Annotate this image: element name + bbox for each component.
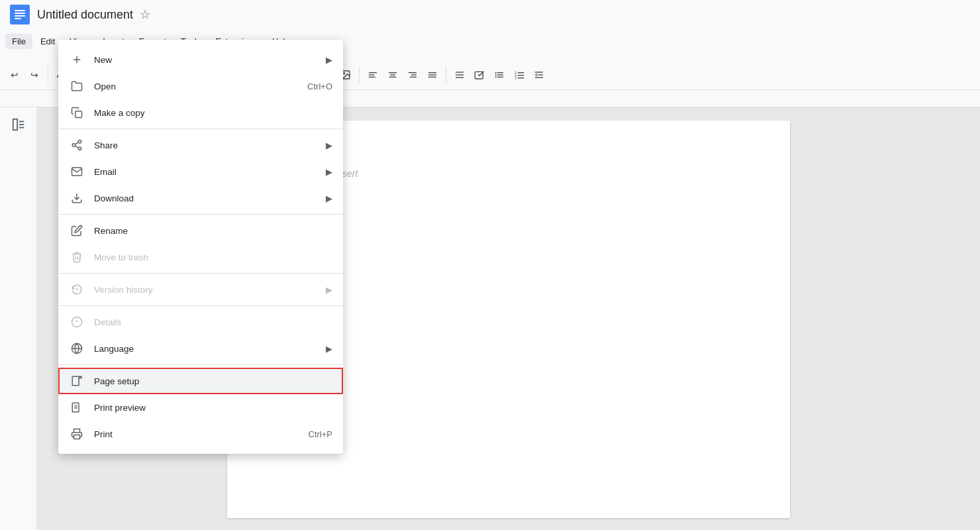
svg-rect-13: [409, 72, 416, 73]
new-icon: [69, 52, 85, 68]
menu-item-details[interactable]: Details: [58, 309, 343, 335]
menu-edit[interactable]: Edit: [34, 34, 62, 49]
menu-section-1: New ▶ Open Ctrl+O Make a copy: [58, 44, 343, 129]
svg-rect-1: [15, 10, 25, 11]
redo-button[interactable]: ↪: [25, 66, 44, 84]
outline-icon[interactable]: [7, 113, 30, 136]
svg-line-49: [75, 146, 78, 148]
make-copy-label: Make a copy: [94, 108, 332, 118]
menu-item-print-preview[interactable]: Print preview: [58, 394, 343, 421]
svg-text:3.: 3.: [514, 76, 517, 80]
align-justify-button[interactable]: [423, 66, 442, 84]
svg-rect-9: [369, 76, 375, 77]
numbered-list-button[interactable]: 1.2.3.: [510, 66, 528, 84]
bullet-list-button[interactable]: [490, 66, 509, 84]
menu-item-share[interactable]: Share ▶: [58, 132, 343, 158]
align-left-button[interactable]: [364, 66, 382, 84]
share-label: Share: [94, 140, 326, 150]
svg-rect-15: [410, 76, 416, 77]
rename-icon: [69, 223, 85, 238]
menu-file[interactable]: File: [5, 34, 32, 49]
svg-point-24: [495, 74, 497, 76]
svg-rect-38: [535, 77, 543, 78]
svg-rect-34: [518, 78, 524, 78]
toolbar-separator-5: [359, 67, 360, 83]
svg-marker-36: [535, 74, 537, 76]
menu-section-5: Details Language ▶: [58, 306, 343, 365]
undo-button[interactable]: ↩: [5, 66, 24, 84]
menu-item-make-copy[interactable]: Make a copy: [58, 99, 343, 126]
menu-item-open[interactable]: Open Ctrl+O: [58, 73, 343, 99]
svg-rect-14: [411, 74, 416, 75]
align-center-button[interactable]: [383, 66, 402, 84]
svg-rect-17: [428, 74, 436, 75]
share-arrow: ▶: [326, 140, 332, 150]
svg-rect-28: [497, 76, 503, 77]
menu-item-rename[interactable]: Rename: [58, 217, 343, 244]
indent-decrease-button[interactable]: [530, 66, 548, 84]
checklist-button[interactable]: [470, 66, 489, 84]
menu-item-page-setup[interactable]: Page setup: [58, 368, 343, 394]
svg-line-50: [75, 142, 78, 144]
menu-section-4: Version history ▶: [58, 274, 343, 306]
menu-item-language[interactable]: Language ▶: [58, 335, 343, 362]
download-label: Download: [94, 193, 326, 203]
version-history-arrow: ▶: [326, 285, 332, 295]
svg-rect-12: [389, 76, 397, 77]
rename-label: Rename: [94, 226, 332, 236]
version-history-label: Version history: [94, 285, 326, 295]
menu-item-print[interactable]: Print Ctrl+P: [58, 421, 343, 447]
print-preview-label: Print preview: [94, 403, 332, 413]
details-label: Details: [94, 317, 332, 327]
title-row: Untitled document ☆: [0, 0, 980, 29]
svg-rect-32: [518, 72, 524, 73]
align-right-button[interactable]: [403, 66, 422, 84]
email-icon: [69, 164, 85, 180]
svg-rect-3: [15, 15, 25, 17]
toolbar-separator-1: [48, 67, 48, 83]
download-icon: [69, 190, 85, 206]
svg-rect-4: [15, 18, 21, 19]
download-arrow: ▶: [326, 193, 332, 203]
page-setup-label: Page setup: [94, 376, 332, 386]
svg-point-6: [344, 72, 345, 74]
version-history-icon: [69, 282, 85, 297]
details-icon: [69, 314, 85, 330]
menu-item-download[interactable]: Download ▶: [58, 185, 343, 211]
copy-icon: [69, 105, 85, 121]
svg-point-47: [72, 144, 75, 147]
svg-rect-10: [389, 72, 397, 73]
language-arrow: ▶: [326, 344, 332, 354]
page-setup-icon: [69, 373, 85, 389]
menu-item-move-to-trash[interactable]: Move to trash: [58, 244, 343, 270]
svg-point-48: [78, 147, 81, 150]
new-label: New: [94, 55, 326, 65]
menu-section-3: Rename Move to trash: [58, 215, 343, 274]
menu-item-new[interactable]: New ▶: [58, 46, 343, 73]
new-arrow: ▶: [326, 55, 332, 65]
line-spacing-button[interactable]: [450, 66, 469, 84]
svg-rect-2: [15, 13, 25, 14]
menu-item-version-history[interactable]: Version history ▶: [58, 276, 343, 303]
trash-icon: [69, 249, 85, 265]
open-label: Open: [94, 81, 307, 91]
svg-rect-27: [497, 74, 503, 75]
menu-item-email[interactable]: Email ▶: [58, 158, 343, 185]
svg-rect-0: [10, 5, 30, 25]
svg-rect-8: [369, 74, 374, 75]
language-label: Language: [94, 344, 326, 354]
left-sidebar: [0, 107, 36, 530]
open-icon: [69, 78, 85, 94]
svg-rect-37: [538, 74, 543, 75]
svg-point-25: [495, 76, 497, 78]
document-title[interactable]: Untitled document: [37, 8, 133, 22]
svg-rect-39: [13, 119, 17, 131]
file-dropdown-menu: New ▶ Open Ctrl+O Make a copy: [58, 40, 343, 454]
svg-rect-11: [390, 74, 395, 75]
email-label: Email: [94, 167, 326, 177]
share-icon: [69, 137, 85, 153]
star-icon[interactable]: ☆: [140, 7, 150, 22]
menu-section-6: Page setup Print preview Print C: [58, 365, 343, 450]
email-arrow: ▶: [326, 167, 332, 177]
print-label: Print: [94, 429, 309, 439]
